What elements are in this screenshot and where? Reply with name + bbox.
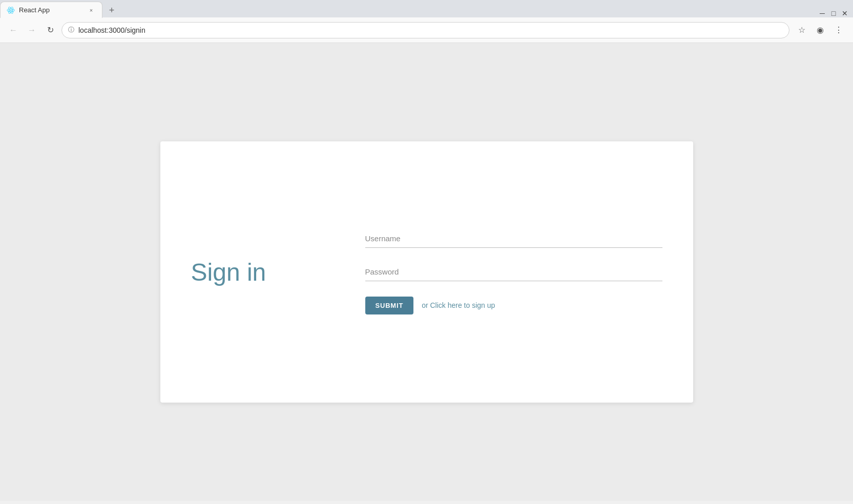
close-button[interactable]: ✕ xyxy=(841,9,849,17)
address-bar-row: ← → ↻ ⓘ localhost:3000/signin ☆ ◉ ⋮ xyxy=(0,17,853,43)
tab-close-button[interactable]: × xyxy=(87,6,96,15)
back-button[interactable]: ← xyxy=(6,23,20,37)
signin-left-panel: Sign in xyxy=(160,258,335,286)
signup-link[interactable]: or Click here to sign up xyxy=(422,301,495,309)
tab-title: React App xyxy=(19,6,82,14)
username-input[interactable] xyxy=(365,230,662,248)
signin-form: SUBMIT or Click here to sign up xyxy=(335,230,693,314)
password-field xyxy=(365,263,662,281)
address-bar[interactable]: ⓘ localhost:3000/signin xyxy=(61,22,789,38)
refresh-button[interactable]: ↻ xyxy=(43,23,57,37)
submit-button[interactable]: SUBMIT xyxy=(365,297,414,314)
password-input[interactable] xyxy=(365,263,662,281)
star-button[interactable]: ☆ xyxy=(794,22,810,38)
form-actions: SUBMIT or Click here to sign up xyxy=(365,297,662,314)
browser-toolbar: ☆ ◉ ⋮ xyxy=(794,22,847,38)
username-field xyxy=(365,230,662,248)
minimize-button[interactable]: ─ xyxy=(818,9,826,17)
lock-icon: ⓘ xyxy=(68,26,74,34)
menu-button[interactable]: ⋮ xyxy=(830,22,847,38)
signin-title: Sign in xyxy=(191,258,304,286)
forward-button[interactable]: → xyxy=(25,23,39,37)
maximize-button[interactable]: □ xyxy=(829,9,838,17)
svg-point-3 xyxy=(10,9,12,11)
url-text: localhost:3000/signin xyxy=(78,26,783,34)
profile-button[interactable]: ◉ xyxy=(812,22,828,38)
new-tab-button[interactable]: + xyxy=(105,3,119,17)
signin-card: Sign in SUBMIT or Click here to sign up xyxy=(160,141,693,403)
browser-chrome: React App × + ─ □ ✕ ← → ↻ ⓘ localhost:30… xyxy=(0,0,853,43)
tab-favicon xyxy=(7,6,15,14)
active-tab[interactable]: React App × xyxy=(0,2,102,18)
tab-bar: React App × + ─ □ ✕ xyxy=(0,0,853,17)
page-content: Sign in SUBMIT or Click here to sign up xyxy=(0,43,853,501)
